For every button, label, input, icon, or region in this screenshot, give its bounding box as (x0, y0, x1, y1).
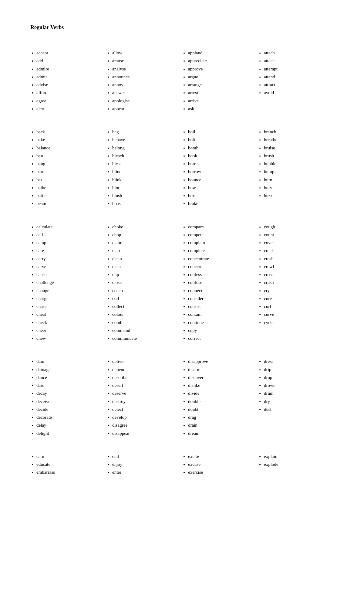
column-2-0: calculatecallcampcarecarrycarvecausechal… (30, 223, 106, 343)
list-item: check (36, 319, 106, 326)
list-item: approve (188, 65, 258, 73)
section-4: earneducateembarrassendenjoyenterexcitee… (30, 452, 334, 476)
column-2-1: chokechopclaimclapcleanclearclipclosecoa… (106, 223, 182, 343)
list-item: destroy (112, 397, 182, 405)
list-item: bow (188, 184, 258, 192)
list-item: announce (112, 73, 182, 81)
list-item: applaud (188, 49, 258, 57)
column-2-3: coughcountcovercrackcrashcrawlcrosscrush… (258, 223, 334, 343)
list-item: drag (188, 413, 258, 421)
list-item: bore (188, 160, 258, 168)
list-item: blush (112, 192, 182, 199)
list-item: allow (112, 49, 182, 57)
list-item: cycle (264, 319, 334, 326)
list-item: appreciate (188, 57, 258, 65)
list-item: exercise (188, 468, 258, 476)
list-item: decay (36, 389, 106, 397)
list-item: drip (264, 366, 334, 373)
list-item: calculate (36, 223, 106, 231)
list-item: chop (112, 231, 182, 239)
list-item: carry (36, 255, 106, 263)
list-item: brush (264, 152, 334, 160)
list-item: crack (264, 247, 334, 254)
list-item: consist (188, 302, 258, 310)
section-2: calculatecallcampcarecarrycarvecausechal… (30, 223, 334, 343)
column-4-3: explainexplode (258, 452, 334, 476)
list-item: close (112, 278, 182, 286)
column-0-2: applaudappreciateapprovearguearrangearre… (182, 49, 258, 113)
list-item: arrange (188, 81, 258, 89)
list-item: call (36, 231, 106, 239)
list-item: crush (264, 278, 334, 286)
list-item: explode (264, 460, 334, 468)
list-item: doubt (188, 405, 258, 413)
list-item: curve (264, 310, 334, 318)
list-item: cure (264, 295, 334, 302)
list-item: dry (264, 397, 334, 405)
list-item: branch (264, 128, 334, 136)
list-item: disarm (188, 366, 258, 373)
list-item: continue (188, 319, 258, 326)
list-item: disapprove (188, 357, 258, 365)
list-item: bless (112, 160, 182, 168)
list-item: add (36, 57, 106, 65)
list-item: attend (264, 73, 334, 81)
list-item: dance (36, 373, 106, 381)
list-item: drain (188, 421, 258, 429)
list-item: colour (112, 310, 182, 318)
column-0-0: acceptaddadmireadmitadviseaffordagreeale… (30, 49, 106, 113)
list-item: bake (36, 136, 106, 144)
column-0-1: allowamuseanalyseannounceannoyanswerapol… (106, 49, 182, 113)
list-item: camp (36, 239, 106, 247)
list-item: connect (188, 287, 258, 295)
list-item: bat (36, 176, 106, 184)
list-item: dust (264, 405, 334, 413)
column-2-2: comparecompetecomplaincompleteconcentrat… (182, 223, 258, 343)
list-item: complete (188, 247, 258, 254)
list-item: attach (264, 49, 334, 57)
column-3-0: damdamagedancedaredecaydeceivedecidedeco… (30, 357, 106, 437)
list-item: develop (112, 413, 182, 421)
list-item: accept (36, 49, 106, 57)
list-item: blot (112, 184, 182, 192)
list-item: dress (264, 357, 334, 365)
list-item: alert (36, 105, 106, 113)
list-item: copy (188, 326, 258, 334)
list-item: boast (112, 199, 182, 207)
list-item: admire (36, 65, 106, 73)
list-item: decide (36, 405, 106, 413)
list-item: balance (36, 144, 106, 152)
list-item: deliver (112, 357, 182, 365)
list-item: coach (112, 287, 182, 295)
list-item: contain (188, 310, 258, 318)
list-item: belong (112, 144, 182, 152)
list-item: confuse (188, 278, 258, 286)
list-item: cover (264, 239, 334, 247)
list-item: divide (188, 389, 258, 397)
list-item: crash (264, 255, 334, 263)
list-item: count (264, 231, 334, 239)
list-item: compare (188, 223, 258, 231)
list-item: educate (36, 460, 106, 468)
list-item: care (36, 247, 106, 254)
list-item: clap (112, 247, 182, 254)
list-item: battle (36, 192, 106, 199)
list-item: delay (36, 421, 106, 429)
list-item: dam (36, 357, 106, 365)
list-item: bolt (188, 136, 258, 144)
list-item: curl (264, 302, 334, 310)
column-0-3: attachattackattemptattendattractavoid (258, 49, 334, 113)
list-item: blink (112, 176, 182, 184)
list-item: discover (188, 373, 258, 381)
list-item: clip (112, 271, 182, 278)
list-item: end (112, 452, 182, 460)
list-item: confess (188, 271, 258, 278)
list-item: apologise (112, 97, 182, 105)
list-item: double (188, 397, 258, 405)
column-4-0: earneducateembarrass (30, 452, 106, 476)
list-item: bare (36, 168, 106, 176)
list-item: argue (188, 73, 258, 81)
list-item: decorate (36, 413, 106, 421)
list-item: blind (112, 168, 182, 176)
list-item: explain (264, 452, 334, 460)
